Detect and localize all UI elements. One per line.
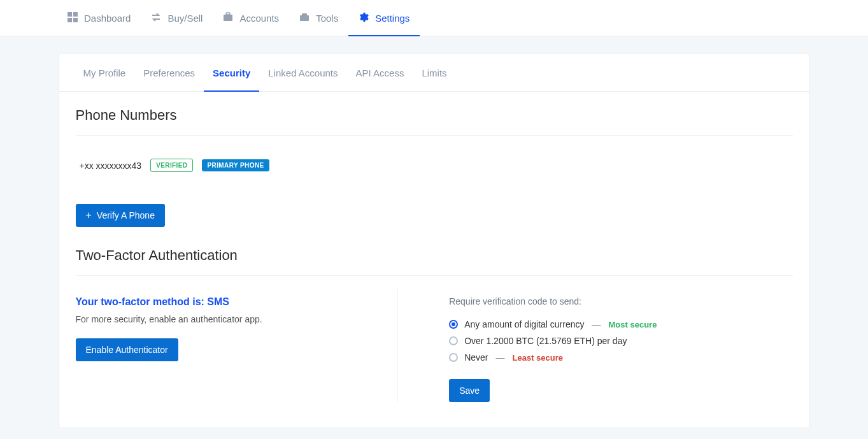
tab-api-access[interactable]: API Access (347, 54, 413, 91)
nav-accounts[interactable]: Accounts (213, 0, 289, 36)
svg-rect-6 (300, 15, 309, 21)
radio-any-amount[interactable]: Any amount of digital currency — Most se… (449, 319, 792, 329)
tab-my-profile[interactable]: My Profile (75, 54, 135, 91)
nav-label: Tools (316, 13, 338, 24)
require-label: Require verification code to send: (449, 296, 792, 306)
phone-number: +xx xxxxxxxx43 (80, 161, 142, 171)
tfa-method-heading: Your two-factor method is: SMS (76, 296, 379, 308)
two-factor-section: Two-Factor Authentication (59, 232, 809, 276)
swap-icon (151, 12, 161, 24)
nav-settings[interactable]: Settings (348, 0, 420, 36)
nav-dashboard[interactable]: Dashboard (57, 0, 141, 36)
tab-security[interactable]: Security (204, 54, 259, 91)
svg-rect-5 (226, 13, 230, 15)
primary-phone-badge: PRIMARY PHONE (202, 159, 269, 171)
svg-rect-1 (73, 12, 78, 17)
nav-label: Dashboard (84, 13, 131, 24)
tfa-section-title: Two-Factor Authentication (76, 247, 793, 276)
radio-icon (449, 353, 458, 362)
svg-rect-7 (302, 13, 307, 15)
svg-rect-0 (68, 12, 72, 17)
dash: — (496, 352, 505, 363)
nav-tools[interactable]: Tools (289, 0, 348, 36)
dash: — (592, 319, 601, 329)
radio-icon (449, 336, 458, 345)
radio-never[interactable]: Never — Least secure (449, 352, 792, 363)
radio-label: Never (464, 352, 488, 363)
tab-label: Preferences (143, 68, 195, 78)
nav-buy-sell[interactable]: Buy/Sell (141, 0, 213, 36)
gear-icon (359, 12, 369, 24)
tab-label: Limits (422, 68, 446, 78)
radio-over-threshold[interactable]: Over 1.2000 BTC (21.5769 ETH) per day (449, 336, 792, 346)
least-secure-tag: Least secure (513, 353, 564, 363)
tab-limits[interactable]: Limits (413, 54, 455, 91)
svg-rect-4 (224, 15, 232, 21)
nav-label: Buy/Sell (167, 13, 203, 24)
settings-card: My Profile Preferences Security Linked A… (59, 53, 810, 428)
button-label: Verify A Phone (97, 210, 155, 220)
briefcase-icon (223, 12, 233, 24)
top-nav: Dashboard Buy/Sell Accounts Tools Settin… (0, 0, 868, 36)
verify-phone-button[interactable]: + Verify A Phone (76, 204, 165, 227)
button-label: Save (459, 385, 480, 396)
button-label: Enable Authenticator (86, 345, 168, 355)
toolbox-icon (299, 12, 309, 24)
tfa-method-sub: For more security, enable an authenticat… (76, 314, 379, 324)
radio-label: Over 1.2000 BTC (21.5769 ETH) per day (464, 336, 627, 346)
enable-authenticator-button[interactable]: Enable Authenticator (76, 338, 178, 361)
radio-icon (449, 320, 458, 329)
tfa-method-panel: Your two-factor method is: SMS For more … (76, 289, 399, 402)
phone-row: +xx xxxxxxxx43 VERIFIED PRIMARY PHONE (76, 136, 793, 178)
svg-rect-3 (73, 18, 78, 22)
phone-section-title: Phone Numbers (76, 107, 793, 136)
svg-rect-2 (68, 18, 72, 22)
nav-label: Settings (375, 13, 409, 24)
tab-label: My Profile (83, 68, 126, 78)
verified-badge: VERIFIED (150, 159, 193, 172)
tab-preferences[interactable]: Preferences (134, 54, 204, 91)
save-button[interactable]: Save (449, 379, 490, 402)
tab-label: API Access (356, 68, 404, 78)
tfa-require-panel: Require verification code to send: Any a… (398, 289, 792, 402)
phone-numbers-section: Phone Numbers +xx xxxxxxxx43 VERIFIED PR… (59, 92, 809, 232)
dashboard-icon (68, 12, 78, 24)
most-secure-tag: Most secure (609, 320, 657, 329)
tab-linked-accounts[interactable]: Linked Accounts (259, 54, 346, 91)
settings-subtabs: My Profile Preferences Security Linked A… (59, 54, 809, 92)
radio-label: Any amount of digital currency (464, 319, 584, 329)
plus-icon: + (86, 210, 92, 220)
tab-label: Linked Accounts (268, 68, 338, 78)
nav-label: Accounts (239, 13, 279, 24)
tab-label: Security (213, 68, 250, 78)
